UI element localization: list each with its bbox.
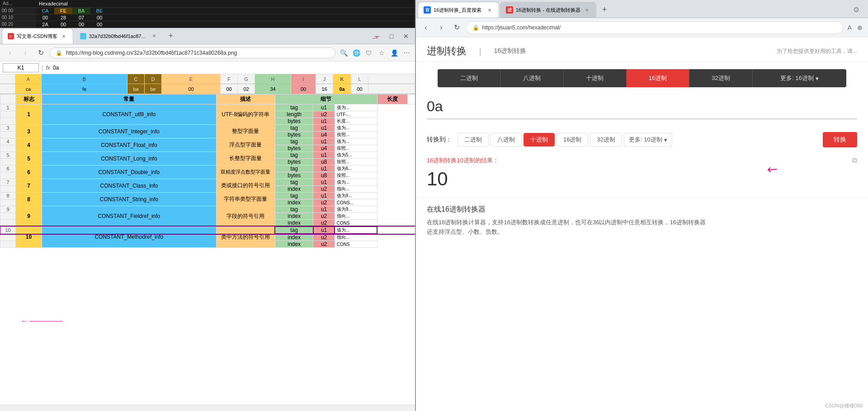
forward-button[interactable]: › — [19, 47, 32, 59]
copy-icon[interactable]: ⧉ — [852, 156, 857, 165]
col-header-c[interactable]: C — [127, 74, 145, 84]
translate-icon[interactable]: 🌐 — [351, 47, 362, 58]
right-url-bar[interactable]: 🔒 https://jisuan5.com/hexadecimal/ — [466, 21, 843, 34]
tab-hex-16[interactable]: 16进制 — [627, 69, 689, 87]
url-bar[interactable]: 🔒 https://img-blog.csdnimg.cn/32a7d32b0f… — [50, 47, 335, 58]
detail-u1-9: u1 — [313, 206, 335, 213]
right-hint-text: 为了给您提供更好用的工具，请... — [777, 47, 857, 55]
window-controls: ─ □ ✕ — [371, 28, 416, 44]
col-header-e[interactable]: E — [162, 74, 221, 84]
right-tab-close-baidu[interactable]: ✕ — [486, 6, 493, 14]
note-5b: 按照... — [335, 159, 377, 165]
baidu-favicon: 百 — [424, 6, 431, 14]
maximize-button[interactable]: □ — [385, 30, 398, 43]
to-hex[interactable]: 16进制 — [557, 133, 588, 146]
bookmark-icon[interactable]: ☆ — [376, 47, 387, 58]
to-base32[interactable]: 32进制 — [590, 133, 622, 146]
profile-icon[interactable]: 👤 — [389, 47, 400, 58]
to-octal[interactable]: 八进制 — [491, 133, 522, 146]
note-9a: 值为9... — [335, 206, 377, 213]
detail-u2-1: u2 — [313, 111, 335, 118]
note-10c: CONS — [335, 241, 377, 248]
note-1a: 值为... — [335, 104, 377, 111]
browser-panel: 百 16进制转换_百度搜索 ✕ 进 16进制转换 - 在线进制转换器 ✕ + ⚙… — [416, 0, 868, 411]
tab-add-button[interactable]: + — [165, 30, 177, 43]
main-data-table: 标志 常量 描述 细节 长度 1 1 CONSTANT_utf8_info UT… — [0, 94, 416, 248]
cell-reference-box[interactable]: K1 — [3, 63, 39, 72]
right-tab-close-converter[interactable]: ✕ — [583, 6, 590, 14]
detail-bytes-4: bytes — [275, 145, 313, 152]
col-header-d[interactable]: D — [145, 74, 162, 84]
tab-octal[interactable]: 八进制 — [500, 69, 563, 87]
minimize-button[interactable]: ─ — [371, 30, 383, 43]
right-tab-converter-label: 16进制转换 - 在线进制转换器 — [516, 7, 580, 14]
tab-binary[interactable]: 二进制 — [438, 69, 500, 87]
detail-tag-7: tag — [275, 179, 313, 186]
right-refresh-button[interactable]: ↻ — [450, 21, 463, 34]
note-6a: 值为6... — [335, 165, 377, 172]
hex-cell-be: BE — [90, 8, 108, 14]
tab-img[interactable]: 32a7d32b0fbd46f1ac8771c34a8... ✕ — [74, 28, 164, 44]
tab-more[interactable]: 更多: 16进制 ▾ — [753, 69, 846, 87]
rownum-5: 5 — [0, 152, 16, 159]
hex-input-display[interactable]: 0a — [427, 94, 857, 119]
refresh-button[interactable]: ↻ — [34, 47, 47, 59]
const-int: CONSTANT_Integer_info — [42, 125, 217, 138]
convert-button[interactable]: 转换 — [823, 132, 857, 147]
back-button[interactable]: ‹ — [4, 47, 16, 59]
right-a-icon[interactable]: A — [846, 22, 854, 33]
right-tab-converter[interactable]: 进 16进制转换 - 在线进制转换器 ✕ — [500, 2, 596, 18]
right-back-button[interactable]: ‹ — [420, 21, 432, 34]
to-binary[interactable]: 二进制 — [458, 133, 489, 146]
zoom-icon[interactable]: 🔍 — [338, 47, 349, 58]
col-header-g[interactable]: G — [238, 74, 255, 84]
to-decimal[interactable]: 十进制 — [524, 133, 555, 146]
desc-utf8: UTF-8编码的字符串 — [216, 104, 275, 125]
note-4a: 值为... — [335, 138, 377, 145]
hex-cell-00c: 00 — [54, 21, 72, 28]
tab-base32[interactable]: 32进制 — [689, 69, 752, 87]
rownum-6b — [0, 172, 16, 179]
tab-favicon-csdn: C — [8, 33, 14, 39]
right-forward-button[interactable]: › — [435, 21, 448, 34]
right-tab-baidu[interactable]: 百 16进制转换_百度搜索 ✕ — [418, 2, 499, 18]
col-header-i[interactable]: I — [291, 74, 316, 84]
formula-input[interactable] — [53, 65, 413, 71]
detail-u8-5: u8 — [313, 159, 335, 165]
menu-icon[interactable]: ⋯ — [401, 47, 412, 58]
tab-csdn[interactable]: C 写文章-CSDN博客 ✕ — [2, 28, 73, 44]
close-window-button[interactable]: ✕ — [400, 30, 412, 43]
const-double: CONSTANT_Double_info — [42, 165, 217, 179]
table-row: 8 8 CONSTANT_String_info 字符串类型字面量 tag u1… — [0, 193, 416, 199]
subcol-be: be — [145, 84, 162, 94]
col-header-j[interactable]: J — [316, 74, 333, 84]
detail-u2-9c: u2 — [313, 220, 335, 227]
lock-icon: 🔒 — [56, 50, 62, 56]
h-scroll-bar[interactable] — [0, 405, 416, 411]
col-header-f[interactable]: F — [221, 74, 238, 84]
right-star-icon[interactable]: ⊕ — [855, 22, 864, 33]
table-row: 4 4 CONSTANT_Float_info 浮点型字面量 tag u1 值为… — [0, 138, 416, 145]
header-label: 标志 — [16, 94, 42, 104]
tab-close-img[interactable]: ✕ — [151, 33, 158, 40]
desc-text: 在线16进制转换计算器，支持16进制数转换成任意进制，也可在36以内进制中任意相… — [427, 218, 857, 237]
detail-u1-1: u1 — [313, 104, 335, 111]
convert-more-select[interactable]: 更多: 10进制 ▾ — [624, 133, 672, 146]
rownum-5b — [0, 159, 16, 165]
col-header-h[interactable]: H — [255, 74, 291, 84]
tab-close-csdn[interactable]: ✕ — [60, 33, 67, 40]
col-header-k[interactable]: K — [333, 74, 351, 84]
right-tab-add-button[interactable]: + — [597, 5, 612, 14]
header-len: 长度 — [377, 94, 407, 104]
col-header-a[interactable]: A — [15, 74, 42, 84]
detail-bytes-1: bytes — [275, 118, 313, 125]
subcol-0a: 0a — [333, 84, 351, 94]
tab-decimal[interactable]: 十进制 — [564, 69, 627, 87]
hex-cell-00d: 00 — [72, 21, 90, 28]
row-num-header — [0, 74, 15, 84]
col-header-b[interactable]: B — [42, 74, 127, 84]
security-icon[interactable]: 🛡 — [363, 47, 374, 58]
const-fieldref: CONSTANT_Fieldref_info — [42, 206, 217, 227]
col-header-l[interactable]: L — [351, 74, 368, 84]
right-settings-icon[interactable]: ⚙ — [850, 4, 863, 16]
